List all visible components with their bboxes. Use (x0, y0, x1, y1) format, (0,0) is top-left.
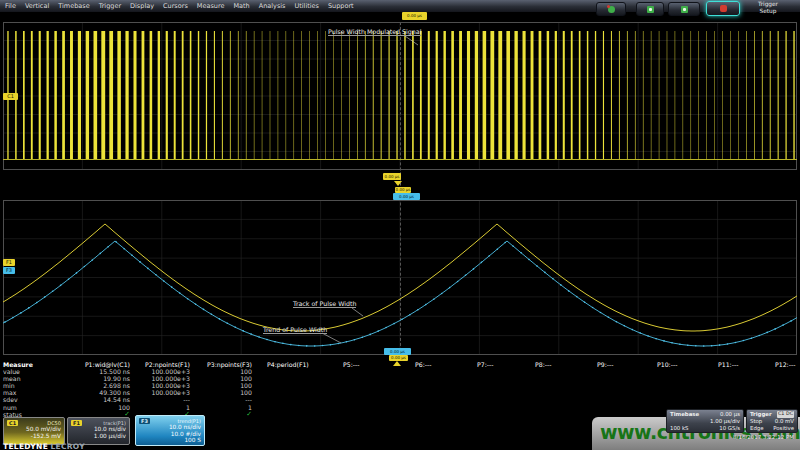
timebase-box[interactable]: Timebase 0.00 µs 1.00 µs/div 100 kS 10 G… (666, 409, 744, 433)
measure-value: 14.54 ns (85, 396, 130, 403)
upper-gridlines (3, 22, 797, 170)
c1-vscale: 50.0 mV/div (7, 426, 61, 433)
measure-value: --- (207, 396, 252, 403)
measure-table: MeasurevaluemeanminmaxsdevnumstatusP1:wi… (0, 361, 800, 415)
measure-column: P1:wid@lv(C1)15.500 ns19.90 ns2.698 ns49… (85, 361, 130, 418)
measure-value: 2.698 ns (85, 382, 130, 389)
measure-column-header: P11:--- (718, 361, 738, 368)
c1-offset: -152.5 mV (7, 433, 61, 440)
toolbar-button-1[interactable] (596, 2, 626, 16)
measure-column-header: P10:--- (657, 361, 677, 368)
menu-item-utilities[interactable]: Utilities (294, 2, 318, 10)
menu-item-measure[interactable]: Measure (197, 2, 225, 10)
measure-value: 1 (207, 404, 252, 411)
measure-column: P8:--- (535, 361, 551, 368)
measure-row-label: sdev (3, 396, 33, 403)
measure-column: P2:npoints(F1)100.000e+3100.000e+3100.00… (145, 361, 190, 418)
upper-graticule (3, 22, 797, 170)
measure-column: P5:--- (343, 361, 359, 368)
toolbar-button-4-selected[interactable] (706, 1, 740, 16)
track-annotation-leader (352, 308, 363, 316)
trigger-box[interactable]: Trigger C1 DC Stop 0.0 mV Edge Positive (746, 409, 798, 433)
f3-function: trend(P1) (178, 418, 201, 424)
menu-item-file[interactable]: File (5, 2, 16, 10)
f1-descriptor-box[interactable]: F1 track(P1) 10.0 ns/div 1.00 µs/div (67, 417, 130, 445)
trigger-setup-line2: Setup (746, 8, 790, 15)
measure-value: 100.000e+3 (145, 389, 190, 396)
measure-column: P11:--- (718, 361, 738, 368)
menu-item-analysis[interactable]: Analysis (259, 2, 286, 10)
measure-column-header: P6:--- (415, 361, 431, 368)
c1-level-badge[interactable]: C1 (3, 93, 18, 100)
green-arrow-plus-icon (681, 6, 688, 13)
menu-item-support[interactable]: Support (328, 2, 354, 10)
trigger-type: Edge (750, 425, 764, 432)
measure-row-labels: Measurevaluemeanminmaxsdevnumstatus (3, 361, 33, 418)
f1-tab: F1 (71, 420, 82, 426)
c1-coupling: DC50 (47, 420, 61, 426)
menu-item-math[interactable]: Math (233, 2, 249, 10)
lower-graticule (3, 200, 797, 355)
measure-column-header: P3:npoints(F3) (207, 361, 252, 368)
measure-column: P10:--- (657, 361, 677, 368)
c1-tab: C1 (7, 420, 18, 426)
measure-column-header: P1:wid@lv(C1) (85, 361, 130, 368)
toolbar-button-2[interactable] (636, 2, 664, 16)
measure-column-header: P7:--- (477, 361, 493, 368)
bottom-marker-cyan[interactable]: 0.00 µs (384, 348, 411, 355)
measure-value: --- (145, 396, 190, 403)
f3-tab: F3 (139, 418, 150, 424)
track-annotation: Track of Pulse Width (293, 300, 356, 308)
measure-row-label: min (3, 382, 33, 389)
measure-value: 100.000e+3 (145, 382, 190, 389)
divider-marker-cyan[interactable]: 0.00 µs (393, 193, 420, 200)
status-check-icon: ✓ (207, 411, 252, 418)
timebase-title: Timebase (670, 411, 699, 418)
measure-value: 100 (207, 389, 252, 396)
c1-descriptor-box[interactable]: C1 DC50 50.0 mV/div -152.5 mV (3, 417, 65, 445)
pwm-annotation: Pulse Width Modulated Signal (328, 28, 421, 36)
arrow-mark-icon (649, 8, 652, 11)
trigger-setup-line1: Trigger (746, 1, 790, 8)
trigger-setup-label[interactable]: Trigger Setup (746, 1, 790, 15)
measure-value: 49.300 ns (85, 389, 130, 396)
trigger-mode: Stop (750, 418, 762, 425)
measure-row-label: Measure (3, 361, 33, 368)
measure-value: 100 (207, 375, 252, 382)
menu-item-vertical[interactable]: Vertical (25, 2, 49, 10)
trigger-time-badge-top[interactable]: 0.00 µs (402, 12, 427, 20)
measure-value: 100 (207, 382, 252, 389)
f3-descriptor-box[interactable]: F3 trend(P1) 10.0 ns/div 10.0 #/div 100 … (135, 415, 205, 446)
timestamp: 8/16/2017 3:22:12 PM (733, 434, 794, 440)
measure-column: P7:--- (477, 361, 493, 368)
trigger-source: C1 DC (777, 411, 794, 418)
menu-item-cursors[interactable]: Cursors (163, 2, 188, 10)
trend-data-points (4, 241, 792, 347)
lower-gridlines (3, 200, 797, 355)
brand-teledyne: TELEDYNE (3, 442, 48, 450)
green-arrow-icon (647, 6, 654, 13)
timebase-delay: 0.00 µs (720, 411, 740, 418)
measure-value: 1 (145, 404, 190, 411)
divider-marker-yellow-1[interactable]: 0.00 µs (383, 173, 401, 180)
f3-level-badge[interactable]: F3 (3, 267, 15, 274)
measure-column: P9:--- (597, 361, 613, 368)
menu-item-display[interactable]: Display (130, 2, 154, 10)
menu-item-trigger[interactable]: Trigger (99, 2, 121, 10)
timebase-scale: 1.00 µs/div (710, 418, 740, 425)
red-dot-icon (607, 5, 610, 8)
toolbar-button-3[interactable] (668, 2, 700, 16)
timebase-rate: 10 GS/s (719, 425, 740, 432)
f3-points: 100 S (139, 437, 201, 444)
measure-value: 100 (85, 404, 130, 411)
f1-level-badge[interactable]: F1 (3, 259, 15, 266)
measure-row-label: num (3, 404, 33, 411)
f1-vscale: 10.0 ns/div (71, 426, 126, 433)
measure-value: 15.500 ns (85, 368, 130, 375)
oscilloscope-screen: FileVerticalTimebaseTriggerDisplayCursor… (0, 0, 800, 450)
f3-hscale: 10.0 #/div (139, 431, 201, 438)
menu-item-timebase[interactable]: Timebase (58, 2, 89, 10)
measure-column-header: P12:--- (775, 361, 795, 368)
measure-value: 100.000e+3 (145, 375, 190, 382)
measure-column: P3:npoints(F3)100100100100---1✓ (207, 361, 252, 418)
